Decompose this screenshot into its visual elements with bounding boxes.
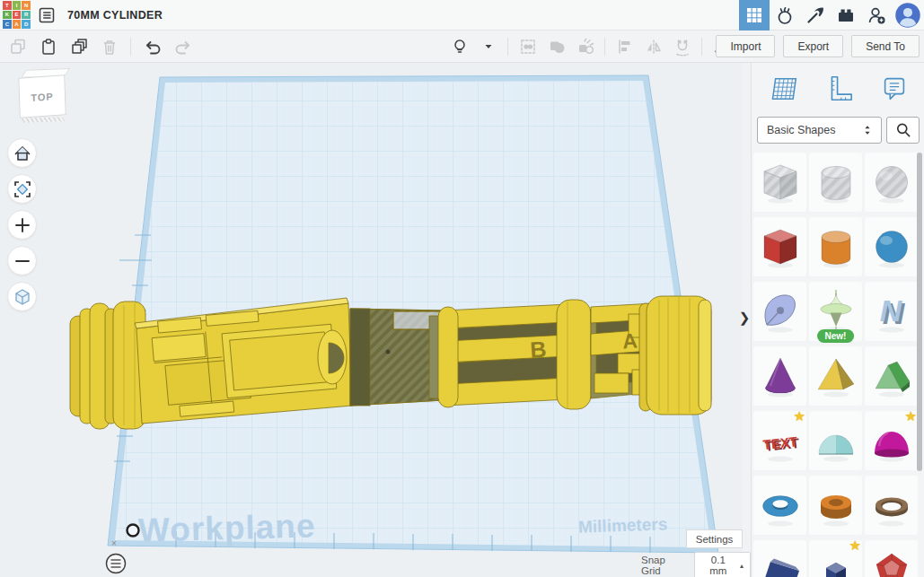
cone-shape-icon <box>755 351 805 401</box>
workplane-origin-marker[interactable] <box>128 525 139 537</box>
pyramid-shape-icon <box>811 351 861 401</box>
scribble-shape-icon <box>755 286 805 337</box>
3d-view-mode-icon[interactable] <box>739 0 770 31</box>
panel-scrollbar[interactable] <box>917 153 922 471</box>
sphere-hole-shape-icon <box>867 157 917 207</box>
home-view-button[interactable] <box>7 138 37 168</box>
view-cube-front-face[interactable]: TOP <box>18 74 66 118</box>
snap-grid-value: 0.1 mm <box>701 555 735 576</box>
shape-gallery: New!NNTEXTTEXT★★★ <box>753 153 918 577</box>
mode-switcher <box>739 0 924 31</box>
shape-tile-box-hole[interactable] <box>753 153 806 212</box>
zoom-in-icon <box>12 214 33 236</box>
shape-category-dropdown[interactable]: Basic Shapes <box>757 117 882 144</box>
shape-tile-cylinder-hole[interactable] <box>809 153 862 212</box>
show-hide-icon[interactable] <box>447 35 471 59</box>
zoom-in-button[interactable] <box>7 210 37 240</box>
text-shape-icon: TEXTTEXT <box>755 415 805 466</box>
shape-tile-round-roof[interactable] <box>809 411 862 470</box>
model-label-b: B <box>529 336 547 362</box>
snap-grid-label: Snap Grid <box>641 555 688 576</box>
logo-cell-E: E <box>13 11 22 20</box>
grid-properties-icon[interactable] <box>107 555 126 573</box>
fit-view-button[interactable] <box>7 174 37 204</box>
shape-tile-paraboloid[interactable]: ★ <box>865 411 918 470</box>
shape-tile-text[interactable]: TEXTTEXT★ <box>753 411 806 470</box>
redo-icon <box>171 35 195 59</box>
group-icon <box>544 35 568 59</box>
ruler-icon[interactable] <box>820 70 858 108</box>
panel-tools-row <box>752 63 924 111</box>
design-menu-icon[interactable] <box>35 4 58 27</box>
snap-grid-dropdown[interactable]: 0.1 mm ▴ <box>694 552 751 577</box>
shape-category-value: Basic Shapes <box>767 124 835 136</box>
collaborate-icon[interactable] <box>861 0 892 31</box>
logo-cell-K: K <box>3 11 12 20</box>
toolbar-divider <box>604 38 605 56</box>
ungroup-icon <box>573 35 597 59</box>
cylinder-shape-icon <box>811 222 861 272</box>
shape-tile-cone[interactable] <box>753 346 806 406</box>
view-cube[interactable]: TOP <box>15 67 71 125</box>
logo-cell-N: N <box>22 1 31 10</box>
3d-viewport[interactable]: B A <box>0 63 751 577</box>
shape-tile-pyramid[interactable] <box>809 346 862 406</box>
shape-tile-extrusion[interactable]: NN <box>865 282 918 341</box>
wedge-shape-icon <box>755 545 805 577</box>
tube-shape-icon <box>811 480 861 530</box>
shape-tile-roof[interactable] <box>865 346 918 406</box>
ring-shape-icon <box>867 480 917 530</box>
shape-tile-sphere[interactable] <box>865 217 918 276</box>
box-hole-shape-icon <box>755 157 805 207</box>
send-to-button[interactable]: Send To <box>851 35 920 57</box>
paraboloid-shape-icon <box>867 415 917 466</box>
undo-icon[interactable] <box>140 35 164 59</box>
bricks-mode-icon[interactable] <box>831 0 861 31</box>
shape-tile-torus[interactable] <box>753 476 806 535</box>
perspective-cube-icon <box>12 286 33 308</box>
box-shape-icon <box>755 222 805 272</box>
shape-tile-sphere-hole[interactable] <box>865 153 918 212</box>
design-title[interactable]: 70MM CYLINDER <box>67 9 163 22</box>
search-shapes-button[interactable] <box>886 117 920 144</box>
notes-icon[interactable] <box>876 70 913 108</box>
export-button[interactable]: Export <box>783 35 843 57</box>
toolbar-divider <box>507 38 508 56</box>
spin-shape-icon <box>811 286 861 337</box>
shape-tile-dodecahedron[interactable] <box>865 540 918 577</box>
shape-tile-cylinder[interactable] <box>809 217 862 276</box>
toolbar-divider <box>701 38 702 56</box>
blocks-mode-icon[interactable] <box>800 0 831 31</box>
roof-shape-icon <box>867 351 917 401</box>
delete-icon <box>97 35 121 59</box>
tinkercad-logo[interactable]: TINKERCAD <box>3 1 31 29</box>
shape-tile-scribble[interactable] <box>753 282 806 341</box>
group-selection-icon <box>515 35 540 59</box>
model-label-a: A <box>621 328 638 353</box>
import-button[interactable]: Import <box>716 35 775 57</box>
toolbar: ImportExportSend To <box>0 31 924 63</box>
home-icon <box>12 143 33 164</box>
snap-grid-control: Snap Grid 0.1 mm ▴ <box>641 552 751 577</box>
cylinder-hole-shape-icon <box>811 157 861 207</box>
toolbar-divider <box>130 38 131 56</box>
shape-tile-tube[interactable] <box>809 476 862 535</box>
avatar[interactable] <box>892 0 924 31</box>
perspective-toggle-button[interactable] <box>7 282 37 311</box>
paste-icon[interactable] <box>36 35 60 59</box>
shape-tile-spin[interactable]: New! <box>809 282 862 341</box>
sphere-shape-icon <box>867 222 917 272</box>
shape-tile-wedge[interactable] <box>753 540 806 577</box>
panel-category-row: Basic Shapes <box>752 111 924 153</box>
workplane-icon[interactable] <box>764 70 802 108</box>
sim-lab-icon[interactable] <box>770 0 800 31</box>
close-icon[interactable]: × <box>111 538 117 548</box>
shape-tile-ring[interactable] <box>865 476 918 535</box>
show-hide-caret-icon[interactable] <box>476 35 500 59</box>
grid-settings-button[interactable]: Settings <box>686 529 743 548</box>
duplicate-icon[interactable] <box>66 35 91 59</box>
shape-tile-box[interactable] <box>753 217 806 276</box>
shape-tile-polygon[interactable]: ★ <box>809 540 862 577</box>
logo-cell-A: A <box>13 20 22 29</box>
zoom-out-button[interactable] <box>7 246 37 275</box>
